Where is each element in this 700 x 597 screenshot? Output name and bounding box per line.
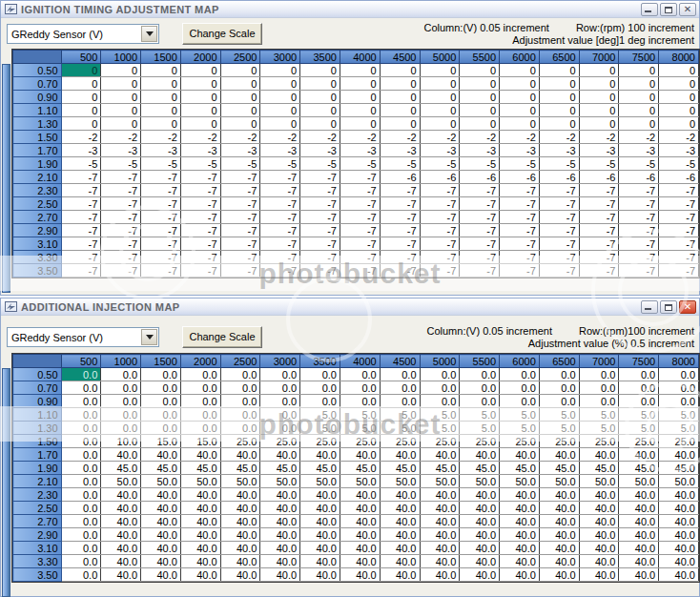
grid-cell[interactable]: 0 xyxy=(619,91,659,104)
grid-cell[interactable]: -7 xyxy=(380,211,420,224)
grid-cell[interactable]: 0.0 xyxy=(300,395,340,408)
grid-cell[interactable]: 0.0 xyxy=(101,381,141,395)
grid-cell[interactable]: -7 xyxy=(659,251,699,264)
grid-cell[interactable]: 0 xyxy=(220,64,260,77)
grid-cell[interactable]: -3 xyxy=(579,144,619,157)
grid-cell[interactable]: 40.0 xyxy=(420,568,460,582)
grid-cell[interactable]: 40.0 xyxy=(340,528,380,542)
row-header[interactable]: 0.90 xyxy=(13,395,62,408)
grid-cell[interactable]: 0 xyxy=(420,77,460,91)
grid-cell[interactable]: 0.0 xyxy=(380,395,420,408)
grid-cell[interactable]: 0 xyxy=(340,104,380,117)
maximize-button[interactable] xyxy=(660,300,677,314)
grid-cell[interactable]: -6 xyxy=(539,171,579,184)
grid-cell[interactable]: 40.0 xyxy=(579,568,619,582)
grid-cell[interactable]: 0 xyxy=(141,104,181,117)
grid-cell[interactable]: -5 xyxy=(619,157,659,171)
grid-cell[interactable]: 0 xyxy=(500,91,540,104)
grid-cell[interactable]: 0 xyxy=(420,104,460,117)
grid-cell[interactable]: -7 xyxy=(101,237,141,251)
grid-cell[interactable]: 40.0 xyxy=(141,568,181,582)
grid-cell[interactable]: -7 xyxy=(500,224,540,237)
sensor-select[interactable]: GReddy Sensor (V) xyxy=(7,327,159,347)
grid-cell[interactable]: 0 xyxy=(260,104,300,117)
grid-cell[interactable]: 0 xyxy=(340,91,380,104)
grid-cell[interactable]: 0.0 xyxy=(340,381,380,395)
grid-cell[interactable]: 40.0 xyxy=(101,528,141,542)
grid-cell[interactable]: -7 xyxy=(579,251,619,264)
grid-cell[interactable]: 40.0 xyxy=(659,555,699,568)
grid-cell[interactable]: 0.0 xyxy=(340,368,380,381)
grid-cell[interactable]: 40.0 xyxy=(141,488,181,502)
grid-cell[interactable]: -2 xyxy=(340,131,380,144)
row-header[interactable]: 1.90 xyxy=(13,462,62,475)
grid-cell[interactable]: 25.0 xyxy=(659,435,699,448)
grid-cell[interactable]: -7 xyxy=(380,224,420,237)
grid-cell[interactable]: 50.0 xyxy=(539,475,579,488)
grid-cell[interactable]: -2 xyxy=(101,131,141,144)
grid-cell[interactable]: 45.0 xyxy=(300,462,340,475)
grid-cell[interactable]: -5 xyxy=(380,157,420,171)
grid-cell[interactable]: -7 xyxy=(220,237,260,251)
grid-cell[interactable]: 0 xyxy=(101,104,141,117)
grid-cell[interactable]: 40.0 xyxy=(101,515,141,528)
grid-cell[interactable]: -7 xyxy=(619,211,659,224)
grid-cell[interactable]: 40.0 xyxy=(659,568,699,582)
grid-cell[interactable]: -7 xyxy=(300,251,340,264)
maximize-button[interactable] xyxy=(660,3,677,16)
grid-cell[interactable]: 15.0 xyxy=(141,435,181,448)
grid-cell[interactable]: 25.0 xyxy=(220,435,260,448)
grid-cell[interactable]: 40.0 xyxy=(539,528,579,542)
row-header[interactable]: 0.90 xyxy=(13,91,62,104)
grid-cell[interactable]: 0 xyxy=(340,64,380,77)
grid-cell[interactable]: 40.0 xyxy=(539,515,579,528)
grid-cell[interactable]: -2 xyxy=(579,131,619,144)
grid-cell[interactable]: 40.0 xyxy=(579,528,619,542)
grid-cell[interactable]: 0.0 xyxy=(460,381,500,395)
row-header[interactable]: 0.50 xyxy=(13,368,62,381)
grid-cell[interactable]: 0 xyxy=(340,77,380,91)
grid-cell[interactable]: 5.0 xyxy=(460,422,500,435)
grid-cell[interactable]: -3 xyxy=(260,144,300,157)
grid-cell[interactable]: 40.0 xyxy=(460,448,500,462)
grid-cell[interactable]: -7 xyxy=(220,224,260,237)
grid-cell[interactable]: 0.0 xyxy=(619,368,659,381)
grid-cell[interactable]: 5.0 xyxy=(500,422,540,435)
grid-cell[interactable]: -7 xyxy=(420,184,460,197)
grid-cell[interactable]: -7 xyxy=(180,197,220,211)
grid-cell[interactable]: -3 xyxy=(180,144,220,157)
column-header[interactable]: 2500 xyxy=(220,51,260,64)
grid-cell[interactable]: 40.0 xyxy=(220,502,260,515)
grid-cell[interactable]: 0 xyxy=(300,91,340,104)
grid-cell[interactable]: 40.0 xyxy=(300,448,340,462)
grid-cell[interactable]: 0 xyxy=(260,117,300,131)
grid-cell[interactable]: 40.0 xyxy=(141,448,181,462)
grid-cell[interactable]: 50.0 xyxy=(220,475,260,488)
grid-cell[interactable]: -7 xyxy=(141,197,181,211)
row-header[interactable]: 2.50 xyxy=(13,502,62,515)
grid-cell[interactable]: 0.0 xyxy=(380,381,420,395)
grid-cell[interactable]: -7 xyxy=(420,237,460,251)
grid-cell[interactable]: 40.0 xyxy=(260,502,300,515)
grid-cell[interactable]: -7 xyxy=(300,184,340,197)
close-button[interactable] xyxy=(679,3,696,16)
grid-cell[interactable]: -7 xyxy=(61,197,101,211)
grid-cell[interactable]: 40.0 xyxy=(340,542,380,555)
column-header[interactable]: 5000 xyxy=(420,355,460,368)
grid-cell[interactable]: 5.0 xyxy=(460,408,500,422)
grid-cell[interactable]: -7 xyxy=(460,211,500,224)
grid-cell[interactable]: 40.0 xyxy=(220,542,260,555)
grid-cell[interactable]: -7 xyxy=(659,264,699,278)
grid-cell[interactable]: 40.0 xyxy=(460,568,500,582)
grid-cell[interactable]: 0.0 xyxy=(420,368,460,381)
grid-cell[interactable]: 0 xyxy=(539,91,579,104)
grid-cell[interactable]: 0.0 xyxy=(260,422,300,435)
grid-cell[interactable]: 40.0 xyxy=(619,528,659,542)
grid-cell[interactable]: -2 xyxy=(420,131,460,144)
grid-cell[interactable]: 40.0 xyxy=(539,555,579,568)
grid-cell[interactable]: 0.0 xyxy=(220,381,260,395)
grid-cell[interactable]: -5 xyxy=(340,157,380,171)
grid-cell[interactable]: 0 xyxy=(101,64,141,77)
grid-cell[interactable]: 45.0 xyxy=(420,462,460,475)
grid-cell[interactable]: -7 xyxy=(260,211,300,224)
